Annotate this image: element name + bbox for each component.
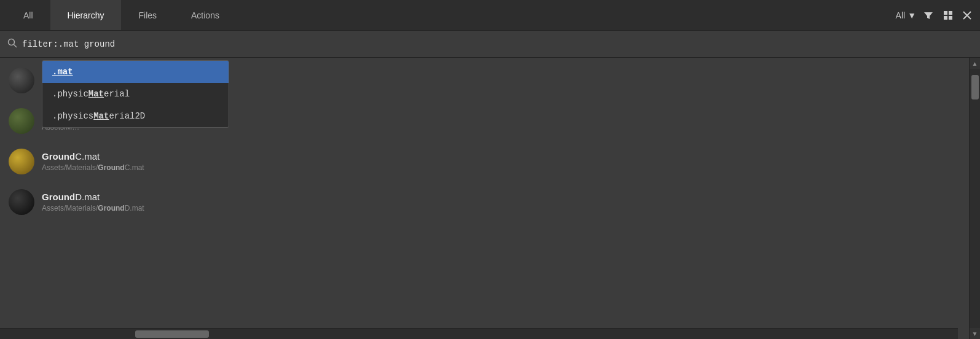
close-icon[interactable] — [960, 9, 974, 22]
asset-list-panel: .mat .physicMaterial .physicsMaterial2D … — [0, 58, 969, 339]
autocomplete-dropdown: .mat .physicMaterial .physicsMaterial2D — [42, 60, 229, 128]
content-area: .mat .physicMaterial .physicsMaterial2D … — [0, 58, 980, 339]
autocomplete-physic-material-label: .physicMaterial — [52, 89, 130, 99]
asset-name-groundD: GroundD.mat — [42, 192, 144, 202]
tab-actions[interactable]: Actions — [174, 0, 237, 30]
sphere-groundD — [9, 189, 34, 215]
tab-files[interactable]: Files — [121, 0, 174, 30]
autocomplete-item-physic-material[interactable]: .physicMaterial — [42, 83, 229, 105]
svg-rect-3 — [949, 16, 952, 20]
asset-path-groundC: Assets/Materials/GroundC.mat — [42, 163, 144, 172]
tab-bar: All Hierarchy Files Actions All ▼ — [0, 0, 980, 31]
search-icon — [7, 38, 17, 50]
tab-hierarchy[interactable]: Hierarchy — [50, 0, 122, 30]
dropdown-arrow-icon: ▼ — [907, 10, 916, 20]
filter-icon[interactable] — [921, 8, 936, 23]
asset-icon-groundB — [7, 107, 36, 135]
svg-rect-2 — [944, 16, 947, 20]
sphere-groundA — [9, 68, 34, 93]
scroll-thumb[interactable] — [971, 75, 979, 99]
autocomplete-physic-material-2d-label: .physicsMaterial2D — [52, 111, 145, 121]
layout-icon[interactable] — [941, 8, 955, 23]
asset-item-groundC[interactable]: GroundC.mat Assets/Materials/GroundC.mat — [0, 141, 969, 182]
right-controls: All ▼ — [896, 8, 974, 23]
asset-item-groundD[interactable]: GroundD.mat Assets/Materials/GroundD.mat — [0, 182, 969, 222]
svg-point-6 — [9, 39, 15, 45]
vertical-scrollbar: ▲ ▼ — [969, 58, 980, 339]
scroll-down-arrow[interactable]: ▼ — [970, 328, 980, 339]
scroll-track-middle — [970, 69, 980, 328]
svg-rect-0 — [944, 11, 947, 15]
h-scrollbar-thumb[interactable] — [135, 330, 209, 338]
horizontal-scrollbar[interactable] — [0, 328, 958, 339]
svg-line-7 — [14, 44, 17, 47]
all-dropdown[interactable]: All ▼ — [896, 10, 916, 20]
sphere-groundC — [9, 149, 34, 174]
tab-all[interactable]: All — [6, 0, 50, 30]
asset-info-groundC: GroundC.mat Assets/Materials/GroundC.mat — [42, 151, 144, 172]
tab-all-label: All — [23, 10, 33, 20]
dropdown-label: All — [896, 10, 906, 20]
autocomplete-item-physic-material-2d[interactable]: .physicsMaterial2D — [42, 105, 229, 127]
tab-actions-label: Actions — [191, 10, 219, 20]
sphere-groundB — [9, 108, 34, 134]
scroll-up-arrow[interactable]: ▲ — [970, 58, 980, 69]
asset-icon-groundD — [7, 188, 36, 216]
search-input[interactable] — [22, 39, 206, 49]
search-bar — [0, 31, 980, 58]
asset-name-groundC: GroundC.mat — [42, 151, 144, 162]
asset-icon-groundA — [7, 66, 36, 95]
asset-icon-groundC — [7, 147, 36, 176]
autocomplete-mat-label: .mat — [52, 67, 73, 77]
autocomplete-item-mat[interactable]: .mat — [42, 61, 229, 83]
asset-path-groundD: Assets/Materials/GroundD.mat — [42, 204, 144, 212]
asset-info-groundD: GroundD.mat Assets/Materials/GroundD.mat — [42, 192, 144, 212]
svg-rect-1 — [949, 11, 952, 15]
tab-hierarchy-label: Hierarchy — [68, 10, 104, 20]
tab-files-label: Files — [138, 10, 157, 20]
